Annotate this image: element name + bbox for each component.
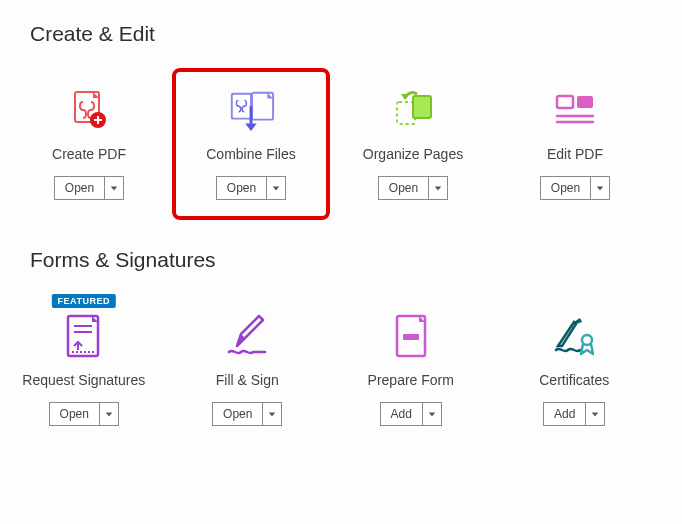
button-label: Open [217,177,267,199]
tool-fill-sign[interactable]: Fill & Sign Open [168,294,328,446]
open-button-organize-pages[interactable]: Open [378,176,448,200]
edit-pdf-icon [551,86,599,134]
svg-marker-12 [273,186,279,190]
chevron-down-icon[interactable] [267,177,285,199]
svg-marker-16 [435,186,441,190]
svg-rect-4 [94,119,102,121]
open-button-fill-sign[interactable]: Open [212,402,282,426]
svg-rect-17 [557,96,573,108]
open-button-combine-files[interactable]: Open [216,176,286,200]
chevron-down-icon[interactable] [263,403,281,425]
tool-label: Organize Pages [363,146,463,162]
tool-label: Request Signatures [22,372,145,388]
button-label: Open [213,403,263,425]
svg-marker-30 [269,412,275,416]
add-button-prepare-form[interactable]: Add [380,402,442,426]
chevron-down-icon[interactable] [429,177,447,199]
tool-request-signatures[interactable]: FEATURED Request Signatures Open [4,294,164,446]
svg-marker-34 [429,412,435,416]
tool-label: Prepare Form [368,372,454,388]
svg-rect-18 [577,96,593,108]
featured-badge: FEATURED [52,294,116,308]
button-label: Open [379,177,429,199]
tool-row-create-edit: Create PDF Open Co [28,68,654,220]
fill-sign-icon [223,312,271,360]
section-title-forms: Forms & Signatures [30,248,654,272]
tool-certificates[interactable]: Certificates Add [495,294,655,446]
chevron-down-icon[interactable] [586,403,604,425]
button-label: Open [541,177,591,199]
create-pdf-icon [65,86,113,134]
button-label: Add [544,403,586,425]
tool-row-forms: FEATURED Request Signatures Open [28,294,654,446]
tool-create-pdf[interactable]: Create PDF Open [10,68,168,220]
svg-marker-21 [597,186,603,190]
svg-marker-36 [592,412,598,416]
chevron-down-icon[interactable] [423,403,441,425]
tool-prepare-form[interactable]: Prepare Form Add [331,294,491,446]
tool-label: Edit PDF [547,146,603,162]
chevron-down-icon[interactable] [100,403,118,425]
svg-marker-5 [111,186,117,190]
request-signatures-icon [60,312,108,360]
svg-point-35 [582,335,592,345]
prepare-form-icon [387,312,435,360]
svg-rect-7 [233,95,250,118]
open-button-create-pdf[interactable]: Open [54,176,124,200]
svg-marker-11 [245,123,257,131]
svg-rect-14 [413,96,431,118]
svg-marker-27 [106,412,112,416]
tool-label: Certificates [539,372,609,388]
button-label: Add [381,403,423,425]
button-label: Open [50,403,100,425]
tool-edit-pdf[interactable]: Edit PDF Open [496,68,654,220]
section-title-create-edit: Create & Edit [30,22,654,46]
tool-label: Fill & Sign [216,372,279,388]
chevron-down-icon[interactable] [105,177,123,199]
add-button-certificates[interactable]: Add [543,402,605,426]
tool-label: Combine Files [206,146,295,162]
tool-organize-pages[interactable]: Organize Pages Open [334,68,492,220]
open-button-edit-pdf[interactable]: Open [540,176,610,200]
tool-combine-files[interactable]: Combine Files Open [172,68,330,220]
svg-marker-15 [401,94,409,100]
organize-pages-icon [389,86,437,134]
tool-label: Create PDF [52,146,126,162]
combine-files-icon [227,86,275,134]
button-label: Open [55,177,105,199]
open-button-request-signatures[interactable]: Open [49,402,119,426]
certificates-icon [550,312,598,360]
svg-rect-33 [403,334,419,340]
chevron-down-icon[interactable] [591,177,609,199]
